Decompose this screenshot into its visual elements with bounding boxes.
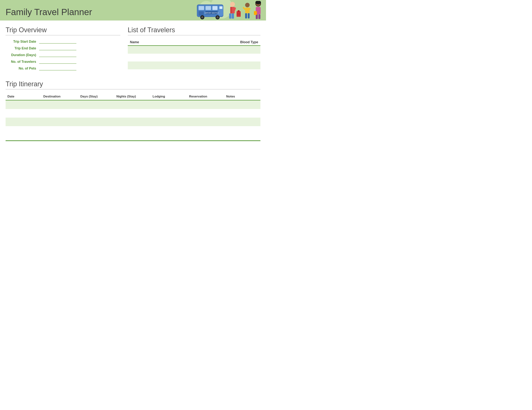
itinerary-destination-2-input[interactable] bbox=[41, 109, 78, 117]
itinerary-lodging-header: Lodging bbox=[151, 93, 187, 100]
itinerary-notes-header: Notes bbox=[224, 93, 260, 100]
itinerary-days-1-input[interactable] bbox=[78, 100, 114, 109]
itinerary-destination-3-input[interactable] bbox=[41, 117, 78, 126]
trip-end-date-input[interactable] bbox=[39, 46, 76, 50]
svg-text:AIRPORT SHUTTLE: AIRPORT SHUTTLE bbox=[205, 12, 219, 14]
itinerary-days-4-input[interactable] bbox=[78, 126, 114, 135]
traveler-blood-cell[interactable] bbox=[194, 54, 260, 61]
svg-rect-16 bbox=[229, 13, 231, 19]
traveler-name-2-input[interactable] bbox=[128, 54, 194, 61]
traveler-name-1-input[interactable] bbox=[128, 46, 194, 54]
duration-days-row: Duration (Days) bbox=[6, 53, 120, 57]
traveler-name-3-input[interactable] bbox=[128, 61, 194, 69]
itinerary-lodging-cell[interactable] bbox=[151, 100, 187, 109]
itinerary-days-cell[interactable] bbox=[78, 100, 114, 109]
itinerary-notes-1-input[interactable] bbox=[224, 100, 260, 109]
overview-travelers-row: Trip Overview Trip Start Date Trip End D… bbox=[6, 26, 260, 73]
travelers-title: List of Travelers bbox=[128, 26, 260, 35]
itinerary-destination-cell[interactable] bbox=[41, 100, 78, 109]
trip-start-date-row: Trip Start Date bbox=[6, 39, 120, 44]
table-row bbox=[128, 46, 260, 54]
trip-start-date-input[interactable] bbox=[39, 39, 76, 44]
main-content: Trip Overview Trip Start Date Trip End D… bbox=[0, 20, 266, 145]
itinerary-lodging-2-input[interactable] bbox=[151, 109, 187, 117]
table-row bbox=[128, 61, 260, 69]
itinerary-date-header: Date bbox=[6, 93, 41, 100]
trip-overview-section: Trip Overview Trip Start Date Trip End D… bbox=[6, 26, 120, 73]
itinerary-reservation-2-input[interactable] bbox=[187, 109, 224, 117]
itinerary-lodging-3-input[interactable] bbox=[151, 117, 187, 126]
itinerary-section: Trip Itinerary Date Destination Days (St… bbox=[6, 80, 260, 135]
traveler-blood-cell[interactable] bbox=[194, 46, 260, 54]
num-travelers-input[interactable] bbox=[39, 59, 76, 64]
num-travelers-label: No. of Travelers bbox=[6, 60, 39, 64]
itinerary-destination-header: Destination bbox=[41, 93, 78, 100]
itinerary-reservation-3-input[interactable] bbox=[187, 117, 224, 126]
page-title: Family Travel Planner bbox=[6, 7, 92, 17]
traveler-blood-cell[interactable] bbox=[194, 61, 260, 69]
itinerary-days-3-input[interactable] bbox=[78, 117, 114, 126]
itinerary-notes-3-input[interactable] bbox=[224, 117, 260, 126]
table-row bbox=[6, 100, 260, 109]
itinerary-lodging-4-input[interactable] bbox=[151, 126, 187, 135]
itinerary-nights-cell[interactable] bbox=[114, 100, 151, 109]
num-pets-input[interactable] bbox=[39, 66, 76, 70]
duration-days-label: Duration (Days) bbox=[6, 53, 39, 57]
duration-days-input[interactable] bbox=[39, 53, 76, 57]
itinerary-lodging-1-input[interactable] bbox=[151, 100, 187, 109]
num-travelers-row: No. of Travelers bbox=[6, 59, 120, 64]
travelers-section: List of Travelers Name Blood Type bbox=[128, 26, 260, 73]
svg-rect-6 bbox=[199, 11, 204, 16]
traveler-blood-2-input[interactable] bbox=[194, 54, 260, 61]
svg-rect-24 bbox=[245, 13, 247, 19]
itinerary-destination-4-input[interactable] bbox=[41, 126, 78, 135]
svg-rect-2 bbox=[199, 6, 204, 10]
travelers-table: Name Blood Type bbox=[128, 39, 260, 69]
travelers-bloodtype-header: Blood Type bbox=[194, 39, 260, 46]
itinerary-title: Trip Itinerary bbox=[6, 80, 260, 89]
table-row bbox=[128, 54, 260, 61]
traveler-name-cell[interactable] bbox=[128, 61, 194, 69]
traveler-blood-1-input[interactable] bbox=[194, 46, 260, 54]
itinerary-date-1-input[interactable] bbox=[6, 100, 41, 109]
itinerary-reservation-1-input[interactable] bbox=[187, 100, 224, 109]
svg-rect-34 bbox=[254, 11, 257, 15]
itinerary-days-header: Days (Stay) bbox=[78, 93, 114, 100]
svg-rect-20 bbox=[238, 10, 239, 12]
traveler-name-cell[interactable] bbox=[128, 54, 194, 61]
itinerary-notes-cell[interactable] bbox=[224, 100, 260, 109]
table-row bbox=[6, 109, 260, 117]
svg-rect-33 bbox=[258, 14, 260, 19]
itinerary-destination-1-input[interactable] bbox=[41, 100, 78, 109]
svg-rect-15 bbox=[230, 7, 232, 13]
svg-point-22 bbox=[245, 3, 250, 7]
itinerary-date-4-input[interactable] bbox=[6, 126, 41, 135]
num-pets-label: No. of Pets bbox=[6, 67, 39, 70]
itinerary-nights-1-input[interactable] bbox=[114, 100, 151, 109]
itinerary-notes-4-input[interactable] bbox=[224, 126, 260, 135]
traveler-blood-3-input[interactable] bbox=[194, 61, 260, 69]
num-pets-row: No. of Pets bbox=[6, 66, 120, 70]
traveler-name-cell[interactable] bbox=[128, 46, 194, 54]
itinerary-date-3-input[interactable] bbox=[6, 117, 41, 126]
itinerary-nights-2-input[interactable] bbox=[114, 109, 151, 117]
svg-point-8 bbox=[201, 16, 203, 19]
svg-rect-4 bbox=[212, 6, 218, 10]
svg-rect-3 bbox=[205, 6, 211, 10]
itinerary-reservation-header: Reservation bbox=[187, 93, 224, 100]
svg-point-10 bbox=[217, 16, 219, 19]
itinerary-nights-header: Nights (Stay) bbox=[114, 93, 151, 100]
itinerary-date-2-input[interactable] bbox=[6, 109, 41, 117]
trip-end-date-label: Trip End Date bbox=[6, 46, 39, 50]
bus-illustration: AIRPORT SHUTTLE bbox=[195, 2, 225, 20]
itinerary-notes-2-input[interactable] bbox=[224, 109, 260, 117]
itinerary-date-cell[interactable] bbox=[6, 100, 41, 109]
itinerary-nights-4-input[interactable] bbox=[114, 126, 151, 135]
itinerary-reservation-cell[interactable] bbox=[187, 100, 224, 109]
itinerary-reservation-4-input[interactable] bbox=[187, 126, 224, 135]
svg-rect-17 bbox=[232, 13, 234, 19]
bottom-border bbox=[6, 140, 260, 141]
people-illustration bbox=[227, 1, 264, 20]
itinerary-days-2-input[interactable] bbox=[78, 109, 114, 117]
itinerary-nights-3-input[interactable] bbox=[114, 117, 151, 126]
